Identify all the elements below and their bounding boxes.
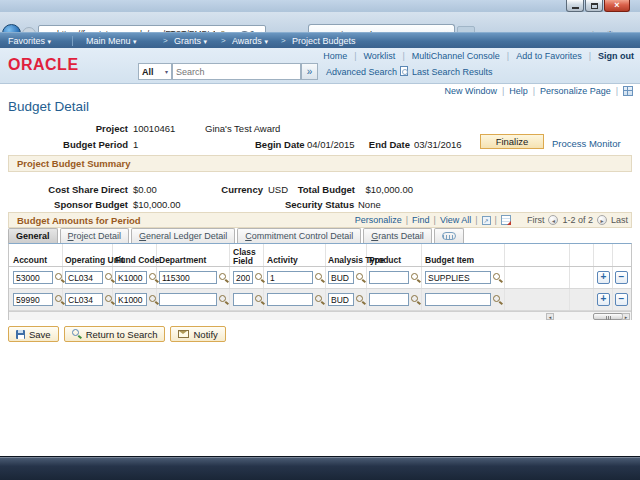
class-field-lookup-icon[interactable] [255,295,265,305]
col-account: Account [13,256,47,265]
window-titlebar: × [0,0,640,12]
separator: | [406,215,408,225]
finalize-button[interactable]: Finalize [480,134,544,149]
analysis-type-input-row2[interactable] [328,293,354,306]
tab-commitment-control-detail[interactable]: Commitment Control Detail [237,228,361,243]
last-search-results-link[interactable]: Last Search Results [412,67,493,77]
budget-item-input-row1[interactable] [425,271,491,284]
analysis-type-lookup-icon[interactable] [356,273,366,283]
analysis-type-input-row1[interactable] [328,271,354,284]
main-menu[interactable]: Main Menu ▾ [86,36,137,46]
department-input-row2[interactable] [159,293,217,306]
personalize-page-link[interactable]: Personalize Page [540,86,611,96]
add-to-favorites-link[interactable]: Add to Favorites [516,51,582,61]
activity-input-row1[interactable] [267,271,313,284]
account-input-row1[interactable] [13,271,53,284]
portal-header-links: Home | Worklist | MultiChannel Console |… [323,51,634,61]
budget-item-lookup-icon[interactable] [493,273,503,283]
delete-row-button[interactable]: − [615,271,628,284]
fund-code-lookup-icon[interactable] [149,273,159,283]
fund-code-lookup-icon[interactable] [149,295,159,305]
find-link[interactable]: Find [412,215,430,225]
new-window-link[interactable]: New Window [444,86,497,96]
window-close-button[interactable]: × [604,0,630,12]
scroll-right-icon[interactable]: ▸ [622,313,630,320]
return-to-search-button[interactable]: Return to Search [64,326,166,342]
http-grid-icon[interactable] [623,86,633,96]
breadcrumb-grants[interactable]: Grants ▾ [174,36,207,46]
tab-grants-detail[interactable]: Grants Detail [363,228,432,243]
department-lookup-icon[interactable] [219,273,229,283]
operating-unit-lookup-icon[interactable] [105,273,115,283]
process-monitor-link[interactable]: Process Monitor [552,138,621,149]
sponsor-budget-label: Sponsor Budget [30,199,128,210]
first-label[interactable]: First [527,215,545,225]
delete-row-button[interactable]: − [615,293,628,306]
product-input-row2[interactable] [369,293,409,306]
class-field-lookup-icon[interactable] [255,273,265,283]
save-button[interactable]: Save [8,326,59,342]
total-budget-value: $10,000.00 [355,184,413,195]
multichannel-console-link[interactable]: MultiChannel Console [412,51,500,61]
last-label[interactable]: Last [611,215,628,225]
activity-lookup-icon[interactable] [315,273,325,283]
favorites-menu[interactable]: Favorites ▾ [8,36,51,46]
separator: | [589,51,591,61]
add-row-button[interactable]: + [597,271,610,284]
search-go-button[interactable]: » [301,63,318,80]
advanced-search-link[interactable]: Advanced Search [326,67,397,77]
separator: | [434,215,436,225]
analysis-type-lookup-icon[interactable] [356,295,366,305]
view-all-link[interactable]: View All [440,215,471,225]
account-lookup-icon[interactable] [55,295,65,305]
breadcrumb-separator: > [221,36,226,45]
budget-item-lookup-icon[interactable] [493,295,503,305]
next-row-icon[interactable]: ▸ [597,215,607,225]
operating-unit-input-row1[interactable] [65,271,103,284]
window-minimize-button[interactable] [566,0,584,12]
end-date-label: End Date [368,139,410,150]
account-input-row2[interactable] [13,293,53,306]
operating-unit-input-row2[interactable] [65,293,103,306]
operating-unit-lookup-icon[interactable] [105,295,115,305]
search-scope-select[interactable]: All ▾ [138,63,172,80]
product-input-row1[interactable] [369,271,409,284]
show-all-columns-tab[interactable] [434,228,464,243]
zoom-popup-icon[interactable]: ↗ [482,216,491,225]
previous-row-icon[interactable]: ◂ [548,215,558,225]
breadcrumb-awards[interactable]: Awards ▾ [232,36,268,46]
budget-item-input-row2[interactable] [425,293,491,306]
sign-out-link[interactable]: Sign out [598,51,634,61]
worklist-link[interactable]: Worklist [364,51,396,61]
activity-input-row2[interactable] [267,293,313,306]
account-lookup-icon[interactable] [55,273,65,283]
search-input[interactable] [172,63,301,80]
product-lookup-icon[interactable] [411,295,421,305]
window-restore-button[interactable] [585,0,603,12]
home-link[interactable]: Home [323,51,347,61]
fund-code-input-row2[interactable] [115,293,147,306]
budget-period-value: 1 [133,139,138,150]
product-lookup-icon[interactable] [411,273,421,283]
class-field-input-row2[interactable] [233,293,253,306]
activity-lookup-icon[interactable] [315,295,325,305]
notify-button[interactable]: Notify [170,326,225,342]
caret-down-icon: ▾ [204,38,208,45]
department-lookup-icon[interactable] [219,295,229,305]
tab-general[interactable]: General [8,228,58,243]
personalize-link[interactable]: Personalize [355,215,402,225]
separator: | [495,215,497,225]
class-field-input-row1[interactable] [233,271,253,284]
currency-label: Currency [195,184,263,195]
budget-period-label: Budget Period [38,139,128,150]
fund-code-input-row1[interactable] [115,271,147,284]
download-to-excel-icon[interactable] [501,215,511,225]
tab-project-detail[interactable]: Project Detail [60,228,130,243]
tab-general-ledger-detail[interactable]: General Ledger Detail [131,228,235,243]
department-input-row1[interactable] [159,271,217,284]
scrollbar-thumb[interactable] [593,313,623,320]
scroll-left-icon[interactable]: ◂ [546,313,554,320]
breadcrumb-divider [72,36,73,46]
add-row-button[interactable]: + [597,293,610,306]
help-link[interactable]: Help [509,86,528,96]
